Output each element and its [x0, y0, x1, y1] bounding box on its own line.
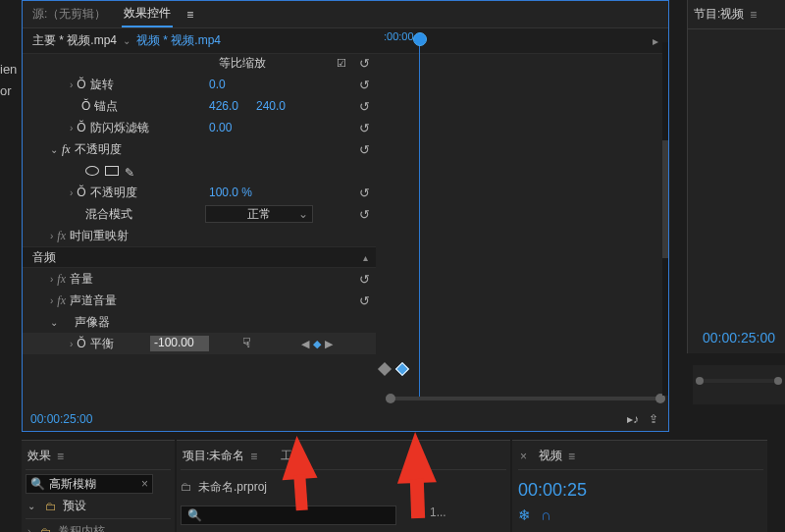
panel-menu-icon[interactable]: ≡	[250, 450, 257, 463]
vertical-scrollbar[interactable]	[662, 42, 668, 396]
project-item-count: 1...	[430, 505, 446, 519]
reset-icon[interactable]: ↺	[359, 142, 370, 157]
stopwatch-icon[interactable]: Ŏ	[77, 78, 85, 91]
project-panel: 项目:未命名 ≡ 工具 🗀 未命名.prproj 🔍 🗀 1...	[177, 440, 510, 532]
panel-menu-icon[interactable]: ≡	[568, 450, 575, 463]
opacity-section-label: 不透明度	[75, 141, 122, 158]
scale-lock-label: 等比缩放	[219, 55, 266, 72]
reset-icon[interactable]: ↺	[359, 293, 370, 308]
anchor-label: 锚点	[94, 98, 118, 115]
project-search-input[interactable]: 🔍	[181, 505, 396, 525]
program-mini-timeline[interactable]	[693, 365, 785, 404]
panel-menu-icon[interactable]: ≡	[57, 450, 64, 463]
program-panel-title: 节目:视频	[694, 6, 744, 23]
chevron-right-icon[interactable]: ›	[70, 339, 73, 349]
program-timecode[interactable]: 00:00:25:00	[703, 330, 775, 346]
fx-icon[interactable]: fx	[57, 229, 66, 243]
anchor-x-value[interactable]: 426.0	[209, 99, 238, 113]
scale-lock-checkbox[interactable]: ☑	[337, 57, 346, 70]
chevron-down-icon[interactable]: ⌄	[50, 317, 58, 328]
chevron-right-icon[interactable]: ›	[27, 526, 30, 532]
reset-icon[interactable]: ↺	[359, 78, 370, 92]
play-only-icon[interactable]: ▸♪	[627, 412, 639, 426]
chevron-down-icon[interactable]: ⌄	[27, 501, 35, 511]
chevron-right-icon[interactable]: ›	[50, 295, 53, 306]
chevron-right-icon[interactable]: ›	[70, 187, 73, 198]
antiflicker-value[interactable]: 0.00	[209, 121, 232, 134]
convolution-folder-label[interactable]: 卷积内核	[58, 523, 105, 532]
opacity-value[interactable]: 100.0 %	[209, 186, 252, 199]
rotation-value[interactable]: 0.0	[209, 78, 226, 91]
fx-icon[interactable]: fx	[57, 272, 66, 287]
annotation-arrow	[280, 435, 318, 480]
search-icon: 🔍	[187, 508, 202, 522]
opacity-label: 不透明度	[90, 185, 137, 201]
blend-mode-label: 混合模式	[85, 206, 132, 223]
preset-folder-label[interactable]: 预设	[63, 498, 86, 514]
volume-label: 音量	[70, 271, 93, 288]
reset-icon[interactable]: ↺	[359, 186, 370, 200]
bin-icon: 🗀	[181, 480, 192, 494]
effects-search-input[interactable]: 🔍 高斯模糊 ×	[26, 474, 153, 494]
chevron-right-icon[interactable]: ›	[70, 80, 73, 90]
blend-mode-dropdown[interactable]: 正常	[205, 205, 313, 223]
close-tab-icon[interactable]: ×	[520, 450, 527, 463]
stopwatch-icon[interactable]: Ŏ	[77, 121, 85, 134]
sequence-clip-label[interactable]: 视频 * 视频.mp4	[136, 32, 221, 49]
reset-icon[interactable]: ↺	[359, 272, 370, 287]
audio-section-header: 音频	[32, 249, 56, 266]
sequence-timecode[interactable]: 00:00:25	[518, 480, 763, 501]
chevron-down-icon[interactable]: ⌄	[123, 35, 131, 46]
fx-icon[interactable]: fx	[62, 142, 71, 157]
timeline-scrollbar[interactable]	[386, 396, 665, 401]
rotation-label: 旋转	[90, 77, 114, 93]
snap-icon[interactable]: ❄	[518, 506, 531, 524]
panel-menu-icon[interactable]: ≡	[750, 8, 757, 22]
chevron-right-icon[interactable]: ›	[50, 274, 53, 285]
fx-icon[interactable]: fx	[57, 293, 66, 308]
program-panel: 节目:视频 ≡	[687, 0, 785, 353]
reset-icon[interactable]: ↺	[359, 207, 370, 222]
panel-timecode[interactable]: 00:00:25:00	[30, 412, 92, 426]
stopwatch-icon[interactable]: Ŏ	[77, 337, 85, 350]
tab-effect-controls[interactable]: 效果控件	[122, 1, 173, 27]
reset-icon[interactable]: ↺	[359, 99, 370, 114]
keyframe-diamond-selected[interactable]	[395, 362, 409, 376]
magnet-icon[interactable]: ∩	[541, 506, 551, 524]
cursor-pointer-icon: ☟	[242, 335, 251, 350]
channel-volume-label: 声道音量	[70, 293, 117, 309]
export-frame-icon[interactable]: ⇪	[649, 412, 658, 426]
panner-label: 声像器	[75, 314, 110, 331]
clear-search-icon[interactable]: ×	[141, 477, 148, 491]
effects-panel-title[interactable]: 效果	[27, 448, 51, 464]
sequence-title[interactable]: 视频	[539, 448, 562, 464]
panel-menu-icon[interactable]: ≡	[186, 8, 193, 22]
chevron-right-icon[interactable]: ›	[70, 123, 73, 133]
pen-mask-icon[interactable]: ✎	[125, 166, 138, 176]
play-arrow-icon[interactable]: ▸	[653, 34, 658, 48]
folder-icon: 🗀	[40, 525, 52, 533]
playhead[interactable]	[419, 34, 420, 398]
tab-source[interactable]: 源:（无剪辑）	[30, 2, 108, 27]
time-remap-label: 时间重映射	[70, 228, 129, 244]
stopwatch-icon[interactable]: Ŏ	[77, 186, 85, 199]
balance-value-input[interactable]: -100.00	[150, 336, 209, 351]
keyframe-diamond[interactable]	[378, 362, 392, 376]
project-file-name[interactable]: 未命名.prproj	[198, 479, 267, 496]
stopwatch-icon[interactable]: Ŏ	[81, 99, 90, 113]
chevron-down-icon[interactable]: ⌄	[50, 144, 58, 155]
reset-icon[interactable]: ↺	[359, 121, 370, 135]
project-panel-title[interactable]: 项目:未命名	[183, 448, 244, 464]
truncated-text-1: ien	[0, 59, 17, 80]
collapse-up-icon[interactable]: ▴	[363, 252, 368, 263]
search-icon: 🔍	[30, 477, 45, 491]
reset-icon[interactable]: ↺	[359, 56, 370, 71]
anchor-y-value[interactable]: 240.0	[256, 99, 286, 113]
sequence-panel: × 视频 ≡ 00:00:25 ❄ ∩	[512, 440, 767, 532]
chevron-right-icon[interactable]: ›	[50, 231, 53, 241]
ellipse-mask-icon[interactable]	[85, 166, 99, 176]
rectangle-mask-icon[interactable]	[105, 166, 119, 176]
master-clip-label[interactable]: 主要 * 视频.mp4	[32, 32, 117, 49]
keyframe-nav[interactable]: ◀ ◆ ▶	[301, 338, 333, 350]
effect-controls-panel: 源:（无剪辑） 效果控件 ≡ 主要 * 视频.mp4 ⌄ 视频 * 视频.mp4…	[22, 0, 669, 432]
